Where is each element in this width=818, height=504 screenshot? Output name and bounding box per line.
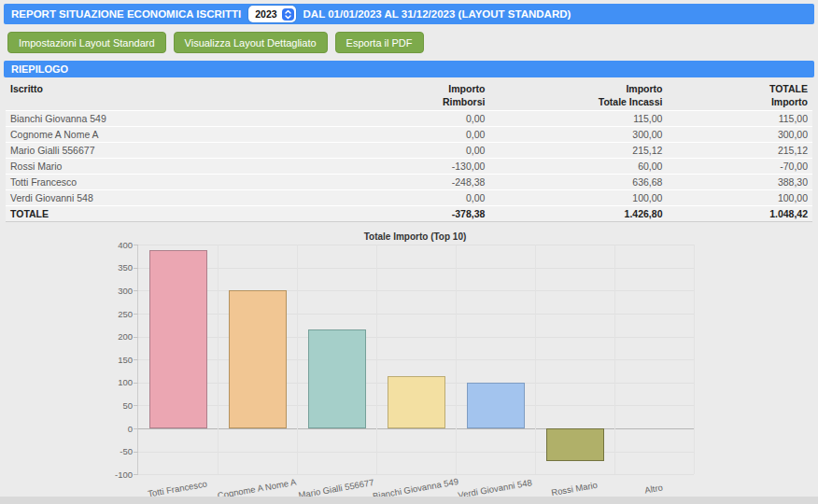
year-select-value: 2023 [255,8,276,20]
table-header-row: Iscritto Importo Rimborsi Importo Totale… [6,81,812,111]
col-header-importo-rimborsi: Importo Rimborsi [345,81,490,111]
y-tick [134,290,138,291]
total-importo: 1.048,42 [667,206,812,222]
cell-value: -130,00 [345,159,490,175]
y-tick-label: 100 [97,377,133,387]
x-gridline [456,245,457,474]
cell-value: -70,00 [667,159,812,175]
y-tick-label: 350 [97,262,133,273]
y-gridline [138,337,694,338]
total-rimborsi: -378,38 [345,206,490,222]
x-gridline [535,245,536,474]
y-gridline [138,290,694,291]
cell-value: 0,00 [345,111,490,127]
y-tick-label: 250 [97,309,133,319]
cell-value: 115,00 [489,111,667,127]
cell-iscritto: Mario Gialli 556677 [6,143,345,159]
y-gridline [138,268,694,269]
report-title-bar: REPORT SITUAZIONE ECONOMICA ISCRITTI 202… [4,4,814,24]
table-row: Cognome A Nome A0,00300,00300,00 [6,127,812,143]
cell-value: 60,00 [489,159,667,175]
chart-plot [137,245,694,474]
cell-value: 100,00 [489,190,667,206]
report-page: REPORT SITUAZIONE ECONOMICA ISCRITTI 202… [0,0,818,497]
y-gridline [138,359,694,360]
cell-value: 0,00 [345,143,490,159]
toolbar: Impostazioni Layout Standard Visualizza … [4,32,814,53]
y-tick-label: 0 [97,424,133,434]
table-row: Verdi Giovanni 5480,00100,00100,00 [6,190,812,206]
y-tick [134,405,138,406]
cell-value: 300,00 [667,127,812,143]
y-tick-label: -50 [97,446,133,456]
table-row: Totti Francesco-248,38636,68388,30 [6,175,812,190]
y-tick [134,337,138,338]
bar-verdi-giovanni-548[interactable] [467,383,525,428]
x-gridline [297,245,298,474]
y-tick [134,428,138,429]
y-tick-label: 200 [97,331,133,342]
bar-totti-francesco[interactable] [149,250,207,428]
y-tick-label: 300 [97,286,133,296]
x-tick-label: Rossi Mario [550,480,598,498]
export-pdf-button[interactable]: Esporta il PDF [335,32,424,53]
table-row: Bianchi Giovanna 5490,00115,00115,00 [6,111,812,127]
col-header-iscritto: Iscritto [6,81,345,111]
settings-layout-button[interactable]: Impostazioni Layout Standard [7,32,166,53]
y-gridline [138,428,694,429]
cell-value: 100,00 [667,190,812,206]
y-tick [134,383,138,384]
cell-value: 115,00 [667,111,812,127]
total-incassi: 1.426,80 [489,206,667,222]
x-gridline [376,245,377,474]
y-tick [134,268,138,269]
year-select[interactable]: 2023 [248,6,295,22]
table-row: Rossi Mario-130,0060,00-70,00 [6,159,812,175]
riepilogo-section-bar: RIEPILOGO [4,61,814,77]
bar-bianchi-giovanna-549[interactable] [388,376,445,429]
y-tick [134,474,138,475]
col-header-totale-importo: TOTALE Importo [667,81,812,111]
riepilogo-section-title: RIEPILOGO [11,63,68,75]
cell-iscritto: Verdi Giovanni 548 [6,190,345,206]
y-tick-label: 50 [97,400,133,411]
y-tick [134,314,138,315]
cell-value: 215,12 [489,143,667,159]
chart-section: Totale Importo (Top 10) 4003503002502001… [0,230,818,504]
cell-iscritto: Totti Francesco [6,175,345,190]
col-header-importo-totale-incassi: Importo Totale Incassi [489,81,667,111]
y-gridline [138,245,694,245]
table-total-row: TOTALE -378,38 1.426,80 1.048,42 [6,206,812,222]
y-tick [134,452,138,453]
cell-iscritto: Bianchi Giovanna 549 [6,111,345,127]
y-gridline [138,314,694,315]
total-label: TOTALE [6,206,345,222]
chart-title: Totale Importo (Top 10) [137,231,693,242]
cell-value: 388,30 [667,175,812,190]
y-gridline [138,452,694,453]
detailed-layout-button[interactable]: Visualizza Layout Dettagliato [174,32,328,53]
y-gridline [138,474,694,475]
x-gridline [614,245,615,474]
x-gridline [694,245,695,474]
y-tick-label: 400 [97,240,133,250]
y-tick [134,245,138,245]
table-row: Mario Gialli 5566770,00215,12215,12 [6,143,812,159]
select-stepper-icon [282,8,294,21]
summary-table: Iscritto Importo Rimborsi Importo Totale… [6,81,812,222]
report-title: REPORT SITUAZIONE ECONOMICA ISCRITTI [11,8,241,20]
chevron-up-down-icon [284,9,292,20]
cell-iscritto: Rossi Mario [6,159,345,175]
page-footer-strip [0,497,818,504]
cell-value: 215,12 [667,143,812,159]
y-tick-label: -100 [97,469,133,480]
cell-value: 300,00 [489,127,667,143]
cell-value: 636,68 [489,175,667,190]
y-tick-label: 150 [97,355,133,365]
bar-cognome-a-nome-a[interactable] [229,290,287,428]
cell-value: 0,00 [345,127,490,143]
bar-rossi-mario[interactable] [546,428,604,460]
cell-value: 0,00 [345,190,490,206]
bar-mario-gialli-556677[interactable] [308,329,366,428]
report-date-range: DAL 01/01/2023 AL 31/12/2023 (LAYOUT STA… [303,8,571,20]
